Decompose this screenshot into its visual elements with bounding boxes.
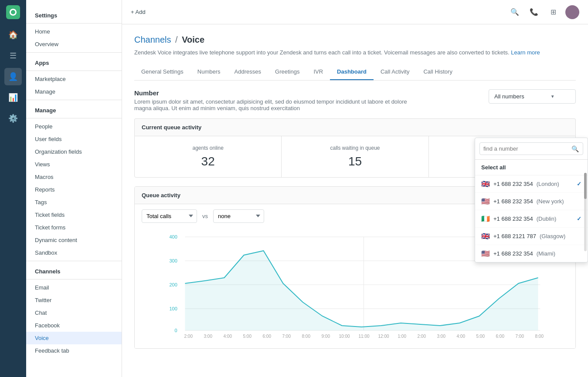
phone-icon[interactable]: 📞	[527, 5, 541, 19]
sidebar-item-marketplace[interactable]: Marketplace	[26, 73, 122, 85]
svg-text:4:00: 4:00	[224, 334, 232, 339]
svg-text:300: 300	[170, 258, 177, 263]
sidebar-item-tags[interactable]: Tags	[26, 196, 122, 209]
number-item-london[interactable]: 🇬🇧 +1 688 232 354 (London) ✓	[475, 175, 588, 193]
svg-text:5:00: 5:00	[243, 334, 252, 339]
stat-agents-online: agents online 32	[135, 136, 282, 177]
numbers-dropdown-panel: 🔍 Select all 🇬🇧 +1 688 232 354 (London) …	[475, 138, 588, 263]
check-london: ✓	[577, 181, 581, 187]
svg-text:4:00: 4:00	[457, 334, 466, 339]
nav-reports-icon[interactable]: 📊	[4, 89, 22, 106]
sidebar-item-twitter[interactable]: Twitter	[26, 294, 122, 306]
current-queue-title: Current queue activity	[134, 118, 576, 136]
number-search-input[interactable]	[479, 142, 583, 155]
sidebar: Settings Home Overview Apps Marketplace …	[26, 0, 122, 377]
sidebar-item-dynamic-content[interactable]: Dynamic content	[26, 234, 122, 246]
sidebar-item-org-fields[interactable]: Organization fields	[26, 145, 122, 158]
nav-settings-icon[interactable]: ⚙️	[4, 110, 22, 127]
number-item-glasgow[interactable]: 🇬🇧 +1 688 2121 787 (Glasgow)	[475, 228, 588, 245]
sidebar-item-sandbox[interactable]: Sandbox	[26, 246, 122, 259]
svg-text:11:00: 11:00	[359, 334, 370, 339]
sidebar-item-home[interactable]: Home	[26, 25, 122, 38]
svg-text:6:00: 6:00	[263, 334, 272, 339]
tabs: General Settings Numbers Addresses Greet…	[134, 64, 576, 81]
tab-call-history[interactable]: Call History	[416, 64, 459, 80]
tab-ivr[interactable]: IVR	[306, 64, 330, 80]
number-title: Number	[134, 89, 407, 97]
sidebar-item-feedback-tab[interactable]: Feedback tab	[26, 344, 122, 357]
page-description: Zendesk Voice integrates live telephone …	[134, 48, 576, 57]
number-item-miami[interactable]: 🇺🇸 +1 688 232 354 (Miami)	[475, 245, 588, 262]
channels-title: Channels	[26, 263, 122, 277]
svg-text:3:00: 3:00	[204, 334, 213, 339]
metric1-select[interactable]: Total calls Inbound calls Outbound calls	[142, 209, 197, 223]
app-logo[interactable]	[6, 5, 20, 19]
svg-text:5:00: 5:00	[476, 334, 485, 339]
svg-text:400: 400	[170, 234, 177, 239]
tab-dashboard[interactable]: Dashboard	[330, 64, 374, 80]
tab-call-activity[interactable]: Call Activity	[374, 64, 416, 80]
svg-text:8:00: 8:00	[302, 334, 311, 339]
sidebar-item-email[interactable]: Email	[26, 281, 122, 294]
chevron-down-icon: ▼	[551, 94, 555, 99]
nav-people-icon[interactable]: 👤	[4, 68, 22, 85]
apps-title: Apps	[26, 54, 122, 69]
apps-grid-icon[interactable]: ⊞	[546, 5, 560, 19]
all-numbers-dropdown-button[interactable]: All numbers ▼	[489, 89, 576, 104]
nav-rail: 🏠 ☰ 👤 📊 ⚙️	[0, 0, 26, 377]
dropdown-scrollbar[interactable]	[584, 173, 587, 251]
sidebar-item-facebook[interactable]: Facebook	[26, 319, 122, 332]
search-icon: 🔍	[571, 145, 579, 152]
svg-text:6:00: 6:00	[496, 334, 505, 339]
topbar: + Add 🔍 📞 ⊞	[122, 0, 588, 24]
sidebar-item-people[interactable]: People	[26, 120, 122, 133]
sidebar-item-reports[interactable]: Reports	[26, 183, 122, 196]
search-icon[interactable]: 🔍	[508, 5, 522, 19]
check-dublin: ✓	[577, 215, 581, 222]
stat-calls-waiting: calls waiting in queue 15	[282, 136, 428, 177]
svg-text:10:00: 10:00	[339, 334, 350, 339]
nav-tickets-icon[interactable]: ☰	[4, 47, 22, 64]
number-section: Number Lorem ipsum dolor sit amet, conse…	[134, 89, 576, 111]
sidebar-item-user-fields[interactable]: User fields	[26, 133, 122, 145]
select-all-option[interactable]: Select all	[475, 160, 588, 175]
dropdown-search-area: 🔍	[475, 138, 588, 160]
svg-text:2:00: 2:00	[184, 334, 193, 339]
svg-text:2:00: 2:00	[418, 334, 426, 339]
flag-uk: 🇬🇧	[481, 180, 490, 188]
flag-uk-glasgow: 🇬🇧	[481, 232, 490, 240]
learn-more-link[interactable]: Learn more	[511, 49, 540, 56]
sidebar-item-views[interactable]: Views	[26, 158, 122, 171]
sidebar-item-ticket-fields[interactable]: Ticket fields	[26, 209, 122, 221]
sidebar-item-overview[interactable]: Overview	[26, 38, 122, 50]
svg-text:8:00: 8:00	[535, 334, 544, 339]
svg-text:7:00: 7:00	[282, 334, 291, 339]
sidebar-item-ticket-forms[interactable]: Ticket forms	[26, 221, 122, 234]
tab-greetings[interactable]: Greetings	[268, 64, 306, 80]
breadcrumb-voice: Voice	[182, 35, 204, 44]
manage-title: Manage	[26, 102, 122, 116]
add-button[interactable]: + Add	[131, 9, 146, 15]
flag-us: 🇺🇸	[481, 197, 490, 205]
sidebar-item-chat[interactable]: Chat	[26, 306, 122, 319]
metric2-select[interactable]: none Total calls Inbound calls	[213, 209, 264, 223]
sidebar-item-manage[interactable]: Manage	[26, 85, 122, 98]
svg-text:12:00: 12:00	[378, 334, 389, 339]
breadcrumb-channels[interactable]: Channels	[134, 35, 171, 44]
tab-general-settings[interactable]: General Settings	[134, 64, 190, 80]
tab-addresses[interactable]: Addresses	[228, 64, 268, 80]
main-area: + Add 🔍 📞 ⊞ Channels / Voice Zendesk Voi…	[122, 0, 588, 377]
number-description-line1: Lorem ipsum dolor sit amet, consectetur …	[134, 98, 407, 105]
sidebar-item-macros[interactable]: Macros	[26, 171, 122, 183]
number-item-dublin[interactable]: 🇮🇪 +1 688 232 354 (Dublin) ✓	[475, 210, 588, 228]
user-avatar[interactable]	[565, 5, 579, 19]
number-item-newyork[interactable]: 🇺🇸 +1 688 232 354 (New york)	[475, 193, 588, 210]
sidebar-item-voice[interactable]: Voice	[26, 332, 122, 344]
flag-ie: 🇮🇪	[481, 215, 490, 223]
svg-text:7:00: 7:00	[516, 334, 524, 339]
svg-text:0: 0	[175, 328, 177, 333]
page-content: Channels / Voice Zendesk Voice integrate…	[122, 24, 588, 377]
nav-home-icon[interactable]: 🏠	[4, 26, 22, 44]
tab-numbers[interactable]: Numbers	[190, 64, 228, 80]
svg-text:9:00: 9:00	[322, 334, 330, 339]
